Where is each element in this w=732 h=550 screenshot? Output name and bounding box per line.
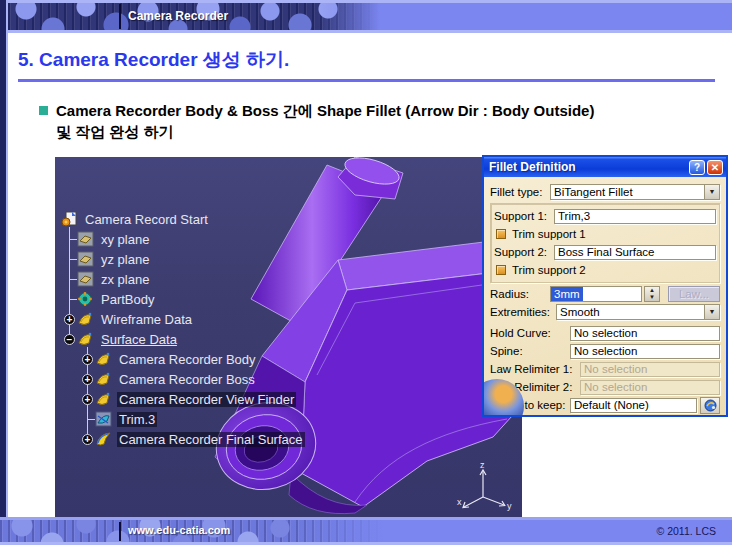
close-icon[interactable]: ✕ [707,160,723,175]
expander-cr-boss[interactable]: + [82,374,93,385]
geometrical-set-icon [95,351,112,367]
axis-y-label: y [507,501,512,511]
trim-support1-checkbox[interactable] [496,229,506,239]
tree-item-label: PartBody [99,292,156,307]
bullet-text: Camera Recorder Body & Boss 간에 Shape Fil… [56,100,724,142]
page-title: 5. Camera Recorder 생성 하기. [18,47,289,73]
fillet-definition-dialog: Fillet Definition ? ✕ Fillet type: BiTan… [482,155,728,417]
footer-copyright: © 2011. LCS [657,525,717,537]
tree-item-camera-recorder-view-finder[interactable]: Camera Recorder View Finder [95,389,296,409]
tree-item-camera-recorder-boss[interactable]: Camera Recorder Boss [95,369,257,389]
tree-item-label: Camera Recorder Boss [117,372,257,387]
footer-band: www.edu-catia.com © 2011. LCS [0,517,732,545]
axis-z-label: z [480,460,485,470]
title-rule [18,79,715,82]
trim-support2-label: Trim support 2 [512,264,586,276]
support2-label: Support 2: [494,246,554,258]
tree-item-camera-recorder-final-surface[interactable]: Camera Recorder Final Surface [95,429,305,449]
tree-item-xy-plane[interactable]: xy plane [77,229,151,249]
tree-item-label: Camera Recorder Body [117,352,258,367]
tree-item-wireframe-data[interactable]: Wireframe Data [77,309,194,329]
plane-icon [77,251,94,267]
tree-item-trim-3[interactable]: Trim.3 [95,409,157,429]
radius-spinner[interactable]: ▲ ▼ [644,286,660,302]
tree-item-surface-data[interactable]: Surface Data [77,329,179,349]
law-button[interactable]: Law... [668,286,720,302]
spine-field[interactable]: No selection [570,344,720,359]
dialog-titlebar[interactable]: Fillet Definition ? ✕ [484,157,726,177]
trim-support2-checkbox[interactable] [496,265,506,275]
help-icon[interactable]: ? [689,160,705,175]
tree-item-label: yz plane [99,252,151,267]
spine-label: Spine: [490,345,570,357]
radius-input[interactable]: 3mm [550,286,642,302]
expander-wireframe-data[interactable]: + [64,314,75,325]
chevron-down-icon[interactable]: ▼ [704,305,719,319]
header-tab-label: Camera Recorder [128,9,228,23]
tree-item-camera-record-start[interactable]: Camera Record Start [61,209,210,229]
extremities-value: Smooth [557,305,704,319]
tree-item-partbody[interactable]: PartBody [77,289,156,309]
tree-item-label: Camera Recorder View Finder [117,392,296,407]
extremities-label: Extremities: [490,306,556,318]
support1-field[interactable]: Trim,3 [554,209,716,224]
fillet-type-dropdown[interactable]: BiTangent Fillet ▼ [550,184,720,200]
face-pointer-icon [704,399,717,412]
geometrical-set-icon [77,311,94,327]
header-band: Camera Recorder [8,0,732,33]
law-relimiter1-field[interactable]: No selection [580,362,720,377]
part-document-icon [61,211,78,227]
header-separator [119,4,121,29]
radius-label: Radius: [490,288,550,300]
bullet-square-icon [39,106,48,115]
footer-separator [119,522,121,541]
extremities-dropdown[interactable]: Smooth ▼ [556,304,720,320]
law-relimiter1-label: Law Relimiter 1: [490,363,580,375]
bullet-line-2: 및 작업 완성 하기 [56,121,724,142]
tree-item-label: Camera Recorder Final Surface [117,432,305,447]
geometrical-set-icon [95,391,112,407]
hold-curve-field[interactable]: No selection [570,326,720,341]
tree-item-label: Trim.3 [117,412,157,427]
partbody-gear-icon [77,291,94,307]
faces-to-keep-field[interactable]: Default (None) [570,398,697,413]
catia-3d-viewport[interactable]: + − + + + + Camera Record Start [55,157,522,517]
tree-item-label: zx plane [99,272,151,287]
support1-label: Support 1: [494,210,554,222]
spinner-up-icon[interactable]: ▲ [645,287,659,294]
tree-item-camera-recorder-body[interactable]: Camera Recorder Body [95,349,258,369]
geometrical-set-icon [95,371,112,387]
tree-item-label: Wireframe Data [99,312,194,327]
law-relimiter2-field[interactable]: No selection [580,380,720,395]
tree-tick [87,419,95,420]
slide: Camera Recorder 5. Camera Recorder 생성 하기… [0,0,732,550]
supports-group: Support 1: Trim,3 Trim support 1 Support… [490,203,720,283]
face-selector-button[interactable] [700,397,720,414]
plane-icon [77,271,94,287]
axis-x-label: x [457,497,462,507]
expander-cr-body[interactable]: + [82,354,93,365]
radius-value: 3mm [551,287,583,301]
bullet-line-1: Camera Recorder Body & Boss 간에 Shape Fil… [56,100,724,121]
specification-tree: + − + + + + Camera Record Start [59,181,359,431]
slide-left-border [0,0,8,517]
hold-curve-label: Hold Curve: [490,327,570,339]
support2-field[interactable]: Boss Final Surface [554,245,716,260]
spinner-down-icon[interactable]: ▼ [645,294,659,301]
expander-surface-data[interactable]: − [64,334,75,345]
tree-item-yz-plane[interactable]: yz plane [77,249,151,269]
trim-icon [95,411,112,427]
expander-cr-final-surface[interactable]: + [82,434,93,445]
plane-icon [77,231,94,247]
expander-cr-view-finder[interactable]: + [82,394,93,405]
tree-tick [69,299,77,300]
chevron-down-icon[interactable]: ▼ [704,185,719,199]
tree-tick [69,279,77,280]
tree-tick [69,259,77,260]
tree-item-label: Camera Record Start [83,212,210,227]
trim-support1-label: Trim support 1 [512,228,586,240]
fillet-type-value: BiTangent Fillet [551,185,704,199]
tree-item-zx-plane[interactable]: zx plane [77,269,151,289]
footer-url: www.edu-catia.com [128,524,230,536]
dialog-title: Fillet Definition [489,160,687,174]
